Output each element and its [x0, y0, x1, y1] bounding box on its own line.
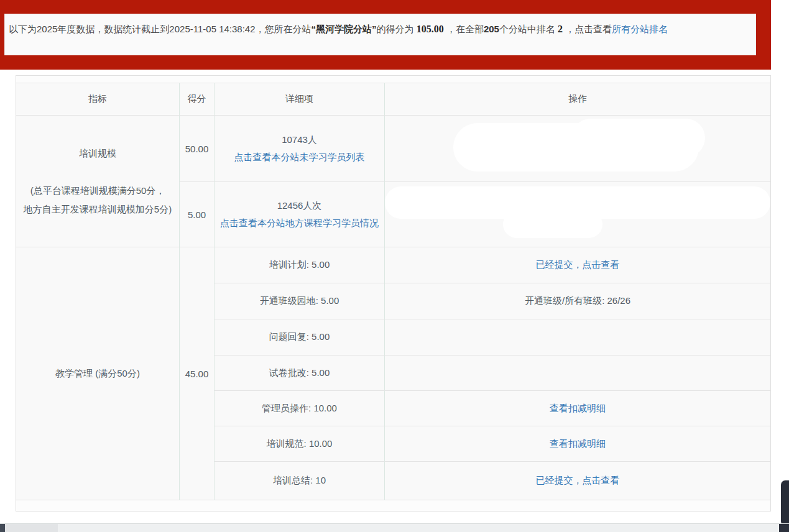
- view-deduction-detail-link[interactable]: 查看扣减明细: [550, 438, 606, 450]
- redaction-blob: [571, 119, 705, 157]
- bottom-strip-left-dark: [0, 524, 5, 532]
- column-header-score: 得分: [179, 83, 214, 115]
- detail-local-course-count: 12456人次 点击查看本分站地方课程学习学员情况: [214, 181, 384, 247]
- banner-intro-text: 以下为2025年度数据，数据统计截止到2025-11-05 14:38:42，您…: [9, 24, 311, 34]
- side-floating-widget[interactable]: [781, 480, 789, 526]
- operation-question-reply: [384, 319, 770, 355]
- detail-question-reply: 问题回复: 5.00: [214, 319, 384, 355]
- detail-exam-grading: 试卷批改: 5.00: [214, 355, 384, 390]
- bottom-strip-mid: [5, 524, 58, 532]
- operation-row1-redacted: [384, 115, 770, 181]
- annual-data-banner: 以下为2025年度数据，数据统计截止到2025-11-05 14:38:42，您…: [0, 0, 771, 70]
- column-header-indicator: 指标: [16, 83, 179, 115]
- substation-rank: 2: [558, 24, 563, 34]
- substation-name: “黑河学院分站”: [311, 24, 377, 34]
- training-scale-title: 培训规模: [24, 144, 172, 163]
- trainee-count-value: 10743人: [282, 134, 317, 146]
- bottom-scrollbar-strip[interactable]: [0, 523, 789, 532]
- submitted-view-link[interactable]: 已经提交，点击查看: [536, 259, 620, 271]
- training-scale-note-line2: 地方自主开发课程培训规模加分5分): [24, 200, 172, 219]
- column-header-detail: 详细项: [214, 83, 384, 115]
- banner-inner-box: 以下为2025年度数据，数据统计截止到2025-11-05 14:38:42，您…: [4, 14, 756, 55]
- score-teaching-management: 45.00: [179, 247, 214, 500]
- score-table: 指标 得分 详细项 操作 培训规模 (总平台课程培训规模满分50分， 地方自主开…: [16, 83, 770, 500]
- column-header-operation: 操作: [384, 83, 770, 115]
- banner-text: 以下为2025年度数据，数据统计截止到2025-11-05 14:38:42，您…: [9, 24, 668, 35]
- submitted-view-link[interactable]: 已经提交，点击查看: [536, 475, 620, 487]
- operation-standard-deduction: 查看扣减明细: [384, 426, 770, 461]
- redaction-blob: [503, 211, 602, 238]
- operation-class-garden: 开通班级/所有班级: 26/26: [384, 283, 770, 319]
- operation-exam-grading: [384, 355, 770, 390]
- indicator-teaching-management: 教学管理 (满分50分): [16, 247, 179, 500]
- detail-admin-operation: 管理员操作: 10.00: [214, 390, 384, 426]
- detail-trainee-count: 10743人 点击查看本分站未学习学员列表: [214, 115, 384, 181]
- banner-total-label: ，在全部: [444, 24, 484, 34]
- operation-training-plan: 已经提交，点击查看: [384, 247, 770, 283]
- detail-training-plan: 培训计划: 5.00: [214, 247, 384, 283]
- substation-total-count: 205: [484, 24, 499, 34]
- local-course-count-value: 12456人次: [277, 200, 322, 212]
- training-scale-note-line1: (总平台课程培训规模满分50分，: [24, 181, 172, 200]
- operation-row2-redacted: [384, 181, 770, 247]
- banner-score-label: 的得分为: [377, 24, 417, 34]
- view-deduction-detail-link[interactable]: 查看扣减明细: [550, 403, 606, 415]
- view-local-course-trainees-link[interactable]: 点击查看本分站地方课程学习学员情况: [220, 218, 379, 229]
- opened-classes-ratio: 开通班级/所有班级: 26/26: [525, 295, 630, 307]
- score-table-container: 指标 得分 详细项 操作 培训规模 (总平台课程培训规模满分50分， 地方自主开…: [16, 75, 771, 511]
- all-substation-ranking-link[interactable]: 所有分站排名: [612, 24, 668, 34]
- bottom-strip-right-dark: [779, 524, 789, 532]
- detail-class-garden: 开通班级园地: 5.00: [214, 283, 384, 319]
- banner-rank-label: 个分站中排名: [499, 24, 558, 34]
- indicator-training-scale: 培训规模 (总平台课程培训规模满分50分， 地方自主开发课程培训规模加分5分): [16, 115, 179, 247]
- operation-admin-deduction: 查看扣减明细: [384, 390, 770, 426]
- operation-training-summary: 已经提交，点击查看: [384, 461, 770, 500]
- view-unlearned-trainees-link[interactable]: 点击查看本分站未学习学员列表: [234, 152, 365, 163]
- score-training-scale-bonus: 5.00: [179, 181, 214, 247]
- score-training-scale-main: 50.00: [179, 115, 214, 181]
- detail-training-summary: 培训总结: 10: [214, 461, 384, 500]
- detail-training-standard: 培训规范: 10.00: [214, 426, 384, 461]
- substation-score: 105.00: [417, 24, 444, 34]
- banner-view-label: ，点击查看: [563, 24, 612, 34]
